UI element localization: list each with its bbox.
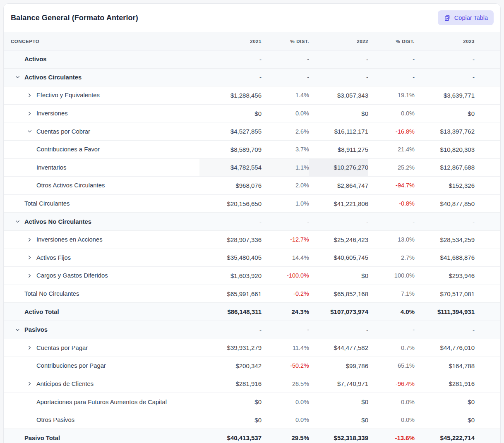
pct-dist-2022-cell: 2.7% [368, 249, 415, 267]
balance-card: Balance General (Formato Anterior) Copia… [3, 3, 501, 443]
value-2022-cell: $107,073,974 [309, 303, 368, 321]
row-label: Inversiones en Acciones [36, 236, 103, 243]
value-2021-cell: - [199, 50, 262, 69]
table-row: Contribuciones por Pagar$200,342-50.2%$9… [4, 357, 500, 375]
table-row[interactable]: Efectivo y Equivalentes$1,288,4561.4%$3,… [4, 86, 500, 105]
value-2023-cell: $40,877,850 [415, 194, 500, 213]
concept-cell: Activos [4, 50, 199, 69]
value-2021-cell: $0 [199, 104, 262, 122]
pct-dist-2022-cell: -94.7% [368, 177, 415, 195]
value-2022-cell: $2,864,747 [309, 177, 368, 195]
value-2022-cell: - [309, 321, 368, 339]
pct-dist-2021-cell: 11.4% [262, 339, 309, 357]
row-label: Inventarios [36, 164, 66, 171]
pct-dist-2021-cell: 0.0% [262, 393, 309, 411]
chevron-right-icon[interactable] [26, 92, 33, 98]
table-row[interactable]: Cargos y Gastos Diferidos$1,603,920-100.… [4, 267, 500, 285]
value-2021-cell: $28,907,336 [199, 230, 262, 249]
column-header-pct-dist-2: % DIST. [368, 32, 415, 50]
pct-dist-2022-cell: 65.1% [368, 357, 415, 375]
value-2022-cell: - [309, 68, 368, 86]
chevron-right-icon[interactable] [26, 237, 33, 243]
pct-dist-2022-cell: - [368, 68, 415, 86]
pct-dist-2022-cell: -13.6% [368, 429, 415, 443]
value-2021-cell: $20,156,650 [199, 194, 262, 213]
table-row[interactable]: Pasivos----- [4, 321, 500, 339]
pct-dist-2021-cell: -12.7% [262, 230, 309, 249]
value-2023-cell: $0 [415, 104, 500, 122]
table-row: Activos----- [4, 50, 500, 69]
row-label: Cargos y Gastos Diferidos [36, 272, 108, 279]
chevron-right-icon[interactable] [26, 273, 33, 279]
pct-dist-2022-cell: 19.1% [368, 86, 415, 105]
table-row[interactable]: Activos Fijos$35,480,40514.4%$40,605,745… [4, 249, 500, 267]
table-row[interactable]: Cuentas por Pagar$39,931,27911.4%$44,477… [4, 339, 500, 357]
chevron-down-icon[interactable] [14, 327, 21, 333]
chevron-right-icon[interactable] [26, 381, 33, 387]
table-row[interactable]: Cuentas por Cobrar$4,527,8552.6%$16,112,… [4, 122, 500, 141]
row-label: Aportaciones para Futuros Aumentos de Ca… [36, 399, 167, 405]
table-row[interactable]: Activos No Circulantes----- [4, 213, 500, 231]
pct-dist-2021-cell: 1.1% [262, 158, 309, 177]
table-row[interactable]: Activos Circulantes----- [4, 68, 500, 86]
pct-dist-2021-cell: -0.2% [262, 285, 309, 303]
balance-table: CONCEPTO 2021 % DIST. 2022 % DIST. 2023 … [4, 32, 500, 443]
pct-dist-2021-cell: 26.5% [262, 375, 309, 393]
chevron-right-icon[interactable] [26, 345, 33, 351]
pct-dist-2022-cell: 7.1% [368, 285, 415, 303]
value-2023-cell: - [415, 68, 500, 86]
row-label: Activos Fijos [36, 254, 71, 261]
table-row[interactable]: Inversiones en Acciones$28,907,336-12.7%… [4, 230, 500, 249]
pct-dist-2022-cell: - [368, 50, 415, 69]
value-2021-cell: $0 [199, 393, 262, 411]
table-row: Aportaciones para Futuros Aumentos de Ca… [4, 393, 500, 411]
row-label: Activos Circulantes [24, 74, 82, 81]
concept-cell: Activos Fijos [4, 249, 199, 267]
value-2021-cell: $1,288,456 [199, 86, 262, 105]
copy-table-button[interactable]: Copiar Tabla [438, 10, 494, 25]
value-2021-cell: $8,589,709 [199, 140, 262, 158]
page-title: Balance General (Formato Anterior) [11, 14, 138, 22]
value-2023-cell: $164,788 [415, 357, 500, 375]
value-2022-cell: $25,246,423 [309, 230, 368, 249]
column-header-2021: 2021 [199, 32, 262, 50]
value-2021-cell: $86,148,311 [199, 303, 262, 321]
table-row: Total Circulantes$20,156,6501.0%$41,221,… [4, 194, 500, 213]
pct-dist-2021-cell: -100.0% [262, 267, 309, 285]
pct-dist-2021-cell: 3.7% [262, 140, 309, 158]
value-2022-cell: - [309, 213, 368, 231]
table-row: Activo Total$86,148,31124.3%$107,073,974… [4, 303, 500, 321]
chevron-down-icon[interactable] [26, 128, 33, 134]
value-2022-cell: $65,852,168 [309, 285, 368, 303]
concept-cell: Inversiones [4, 104, 199, 122]
concept-cell: Aportaciones para Futuros Aumentos de Ca… [4, 393, 199, 411]
table-row[interactable]: Inversiones$00.0%$00.0%$0 [4, 104, 500, 122]
value-2023-cell: $13,397,762 [415, 122, 500, 141]
pct-dist-2021-cell: 2.6% [262, 122, 309, 141]
value-2021-cell: $39,931,279 [199, 339, 262, 357]
column-header-2022: 2022 [309, 32, 368, 50]
concept-cell: Activos No Circulantes [4, 213, 199, 231]
pct-dist-2022-cell: 0.0% [368, 411, 415, 429]
value-2021-cell: - [199, 68, 262, 86]
pct-dist-2021-cell: 0.0% [262, 411, 309, 429]
pct-dist-2022-cell: 0.7% [368, 339, 415, 357]
value-2021-cell: $968,076 [199, 177, 262, 195]
row-label: Contribuciones por Pagar [36, 362, 106, 369]
chevron-down-icon[interactable] [14, 218, 21, 225]
chevron-right-icon[interactable] [26, 110, 33, 117]
pct-dist-2022-cell: 0.0% [368, 104, 415, 122]
chevron-right-icon[interactable] [26, 254, 33, 261]
concept-cell: Otros Pasivos [4, 411, 199, 429]
column-header-concepto: CONCEPTO [4, 32, 199, 50]
table-row: Otros Pasivos$00.0%$00.0%$0 [4, 411, 500, 429]
value-2022-cell: $99,786 [309, 357, 368, 375]
table-row: Inventarios$4,782,5541.1%$10,276,27025.2… [4, 158, 500, 177]
value-2022-cell: $44,477,582 [309, 339, 368, 357]
chevron-down-icon[interactable] [14, 74, 21, 80]
table-row: Pasivo Total$40,413,53729.5%$52,318,339-… [4, 429, 500, 443]
table-header: CONCEPTO 2021 % DIST. 2022 % DIST. 2023 [4, 32, 500, 50]
table-row[interactable]: Anticipos de Clientes$281,91626.5%$7,740… [4, 375, 500, 393]
concept-cell: Pasivo Total [4, 429, 199, 443]
pct-dist-2022-cell: - [368, 321, 415, 339]
